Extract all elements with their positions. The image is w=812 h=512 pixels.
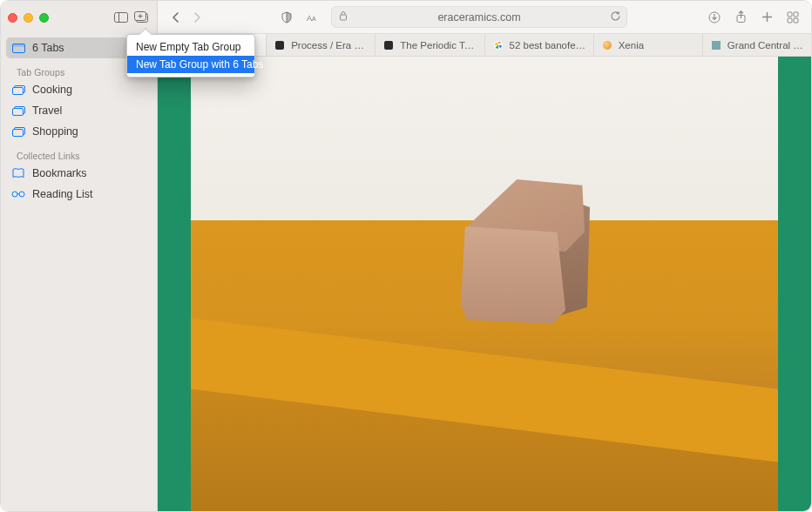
tab-label: 52 best banofee r…: [510, 40, 586, 51]
tab-4[interactable]: Xenia: [594, 34, 703, 56]
sidebar-item-label: Bookmarks: [32, 167, 87, 179]
svg-rect-24: [794, 18, 798, 23]
sidebar-item-reading-list[interactable]: Reading List: [6, 184, 152, 205]
new-tab-group-menu: New Empty Tab Group New Tab Group with 6…: [126, 34, 255, 77]
svg-rect-11: [12, 108, 23, 115]
favicon-google: [492, 39, 504, 51]
sidebar-item-label: 6 Tabs: [32, 42, 64, 54]
new-tab-button[interactable]: [757, 8, 776, 27]
address-bar[interactable]: eraceramics.com: [331, 6, 627, 28]
section-label-collected: Collected Links: [6, 142, 152, 163]
nav-arrows: [166, 8, 206, 27]
minimize-window-button[interactable]: [24, 13, 33, 23]
clay-block-illustration: [461, 179, 592, 327]
sidebar-item-label: Shopping: [32, 125, 78, 138]
svg-point-14: [12, 192, 17, 197]
sidebar-toggle-icon[interactable]: [113, 11, 129, 24]
page-right-band: [778, 57, 811, 511]
downloads-button[interactable]: [705, 8, 724, 27]
privacy-report-button[interactable]: [277, 8, 296, 27]
zoom-window-button[interactable]: [39, 13, 49, 23]
sidebar-item-label: Travel: [32, 104, 62, 117]
glasses-icon: [11, 191, 25, 198]
svg-text:A: A: [312, 16, 316, 22]
tab-5[interactable]: Grand Central Ma…: [703, 34, 811, 56]
tab-label: The Periodic Tabl…: [400, 40, 477, 51]
sidebar-item-group-cooking[interactable]: Cooking: [6, 79, 152, 100]
share-button[interactable]: [731, 8, 750, 27]
tab-label: Process / Era Cer…: [291, 40, 368, 51]
svg-rect-22: [794, 12, 798, 17]
favicon: [710, 39, 722, 51]
address-text: eraceramics.com: [437, 11, 520, 24]
tab-group-icon: [11, 106, 25, 116]
toolbar: AA eraceramics.com: [158, 1, 811, 34]
web-content: [158, 57, 811, 511]
safari-window: 6 Tabs Tab Groups Cooking Travel Shoppi: [0, 0, 812, 512]
tab-label: Xenia: [619, 40, 644, 51]
new-tab-group-button[interactable]: [134, 11, 150, 24]
close-window-button[interactable]: [8, 13, 17, 23]
svg-rect-23: [788, 18, 792, 23]
back-button[interactable]: [166, 8, 186, 27]
sidebar-item-bookmarks[interactable]: Bookmarks: [6, 163, 152, 184]
favicon: [274, 39, 286, 51]
svg-point-15: [19, 192, 24, 197]
tab-group-icon: [11, 85, 25, 95]
svg-rect-13: [12, 129, 23, 136]
page-left-band: [158, 57, 191, 511]
hero-image: [191, 57, 778, 511]
sidebar-item-group-shopping[interactable]: Shopping: [6, 121, 152, 142]
menu-item-new-tab-group-with-tabs[interactable]: New Tab Group with 6 Tabs: [127, 56, 254, 73]
sidebar-item-label: Cooking: [32, 84, 72, 96]
tab-overview-button[interactable]: [783, 8, 802, 27]
favicon: [601, 39, 613, 51]
svg-rect-21: [788, 12, 792, 17]
reload-icon[interactable]: [610, 10, 621, 24]
tab-group-icon: [11, 127, 25, 137]
svg-rect-18: [341, 15, 347, 20]
forward-button[interactable]: [187, 8, 206, 27]
svg-rect-9: [12, 87, 23, 94]
menu-item-label: New Tab Group with 6 Tabs: [136, 58, 263, 71]
sidebar-item-group-travel[interactable]: Travel: [6, 100, 152, 121]
tab-strip: Process / Era Cer… The Periodic Tabl… 52…: [158, 34, 811, 57]
main-area: AA eraceramics.com: [158, 1, 811, 511]
tab-label: Grand Central Ma…: [727, 40, 804, 51]
sidebar-top: [1, 1, 157, 34]
tabs-icon: [11, 44, 25, 53]
toolbar-right: [705, 8, 802, 27]
lock-icon: [339, 10, 348, 24]
tab-2[interactable]: The Periodic Tabl…: [376, 34, 484, 56]
tab-3[interactable]: 52 best banofee r…: [485, 34, 594, 56]
window-controls: [8, 13, 49, 23]
menu-item-label: New Empty Tab Group: [136, 41, 241, 53]
sidebar-item-label: Reading List: [32, 188, 93, 200]
favicon: [382, 39, 395, 51]
book-icon: [11, 168, 25, 179]
reader-format-button[interactable]: AA: [303, 8, 322, 27]
menu-item-new-empty-tab-group[interactable]: New Empty Tab Group: [127, 38, 254, 56]
tab-1[interactable]: Process / Era Cer…: [267, 34, 376, 56]
svg-rect-0: [115, 13, 128, 23]
svg-rect-7: [12, 44, 24, 46]
